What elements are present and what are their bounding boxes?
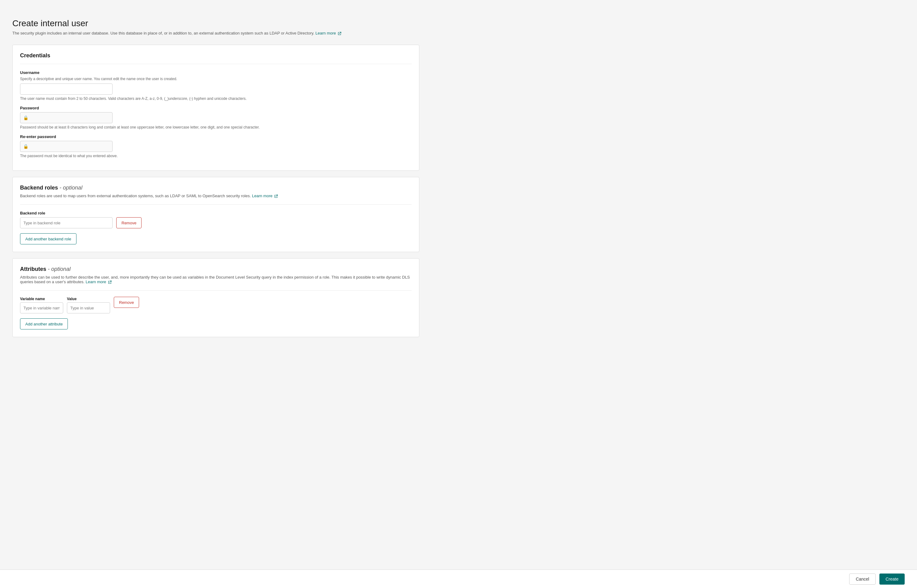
backend-roles-learn-more-link[interactable]: Learn more — [252, 194, 278, 198]
value-field-group: Value — [67, 297, 110, 313]
backend-roles-section: Backend roles - optional Backend roles a… — [12, 177, 419, 252]
username-field-group: Username Specify a descriptive and uniqu… — [20, 70, 412, 101]
password-input[interactable] — [20, 112, 113, 123]
reenter-password-label: Re-enter password — [20, 134, 412, 139]
password-field-group: Password 🔒 Password should be at least 8… — [20, 106, 412, 129]
credentials-divider — [20, 64, 412, 64]
password-input-wrapper: 🔒 — [20, 112, 113, 123]
lock-icon: 🔒 — [23, 115, 28, 120]
attribute-remove-wrapper: Remove — [114, 297, 139, 308]
backend-roles-divider — [20, 204, 412, 205]
backend-role-field-group: Backend role Remove — [20, 211, 412, 228]
variable-name-label: Variable name — [20, 297, 63, 301]
reenter-password-hint: The password must be identical to what y… — [20, 154, 412, 158]
password-hint: Password should be at least 8 characters… — [20, 125, 412, 129]
username-hint: The user name must contain from 2 to 50 … — [20, 97, 412, 101]
attribute-remove-button[interactable]: Remove — [114, 297, 139, 308]
attributes-title: Attributes - optional — [20, 266, 412, 273]
reenter-lock-icon: 🔒 — [23, 144, 28, 149]
credentials-title: Credentials — [20, 52, 412, 59]
add-backend-role-button[interactable]: Add another backend role — [20, 233, 76, 244]
attributes-learn-more-link[interactable]: Learn more — [86, 279, 112, 284]
backend-roles-external-icon — [274, 194, 278, 198]
page-subtitle: The security plugin includes an internal… — [12, 31, 419, 36]
reenter-password-input[interactable] — [20, 141, 113, 152]
attributes-section: Attributes - optional Attributes can be … — [12, 258, 419, 337]
attributes-row: Variable name Value Remove — [20, 297, 412, 313]
page-learn-more-link[interactable]: Learn more — [315, 31, 341, 36]
attributes-description: Attributes can be used to further descri… — [20, 275, 412, 284]
add-attribute-button[interactable]: Add another attribute — [20, 318, 68, 330]
backend-roles-title: Backend roles - optional — [20, 184, 412, 191]
reenter-password-field-group: Re-enter password 🔒 The password must be… — [20, 134, 412, 158]
attributes-divider — [20, 290, 412, 291]
username-description: Specify a descriptive and unique user na… — [20, 77, 412, 81]
username-label: Username — [20, 70, 412, 75]
variable-name-input[interactable] — [20, 302, 63, 313]
credentials-section: Credentials Username Specify a descripti… — [12, 45, 419, 171]
external-link-icon — [338, 32, 341, 36]
username-input[interactable] — [20, 84, 113, 95]
variable-name-field-group: Variable name — [20, 297, 63, 313]
attributes-external-icon — [108, 280, 112, 284]
page-title: Create internal user — [12, 18, 419, 28]
password-label: Password — [20, 106, 412, 110]
value-input[interactable] — [67, 302, 110, 313]
backend-role-input[interactable] — [20, 217, 113, 228]
backend-role-label: Backend role — [20, 211, 412, 215]
reenter-password-input-wrapper: 🔒 — [20, 141, 113, 152]
value-label: Value — [67, 297, 110, 301]
backend-role-row: Remove — [20, 217, 412, 228]
backend-roles-description: Backend roles are used to map users from… — [20, 194, 412, 198]
backend-role-remove-button[interactable]: Remove — [116, 217, 142, 228]
